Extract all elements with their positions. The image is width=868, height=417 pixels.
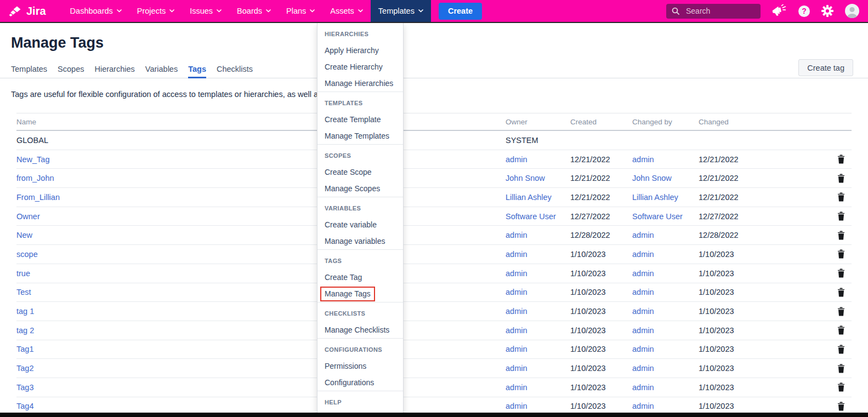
- search-box[interactable]: [666, 4, 761, 19]
- delete-tag-button[interactable]: [837, 269, 845, 278]
- changed-by-link[interactable]: admin: [632, 231, 699, 239]
- changed-by-link[interactable]: admin: [632, 364, 699, 373]
- owner: SYSTEM: [506, 136, 570, 145]
- delete-tag-button[interactable]: [837, 212, 845, 221]
- menu-item-create-template[interactable]: Create Template: [317, 111, 403, 128]
- owner-link[interactable]: admin: [506, 250, 570, 259]
- menu-item-create-variable[interactable]: Create variable: [317, 216, 403, 233]
- owner-link[interactable]: admin: [506, 383, 570, 392]
- owner-link[interactable]: John Snow: [506, 174, 570, 182]
- delete-tag-button[interactable]: [837, 345, 845, 354]
- tag-name-link[interactable]: Tag3: [16, 383, 506, 392]
- tag-name-link[interactable]: from_John: [16, 174, 506, 182]
- nav-item-issues[interactable]: Issues: [182, 0, 229, 22]
- settings-button[interactable]: [821, 5, 833, 17]
- menu-item-manage-templates[interactable]: Manage Templates: [317, 128, 403, 144]
- changed-by-link[interactable]: admin: [632, 288, 699, 296]
- changed-by-link[interactable]: admin: [632, 269, 699, 278]
- tag-name-link[interactable]: tag 2: [16, 326, 506, 335]
- changed-by-link[interactable]: admin: [632, 402, 699, 410]
- tab-hierarchies[interactable]: Hierarchies: [94, 65, 134, 78]
- delete-tag-button[interactable]: [837, 192, 845, 202]
- nav-item-plans[interactable]: Plans: [279, 0, 322, 22]
- menu-section-header-templates: TEMPLATES: [317, 95, 403, 111]
- menu-item-create-hierarchy[interactable]: Create Hierarchy: [317, 59, 403, 75]
- tab-bar: TemplatesScopesHierarchiesVariablesTagsC…: [11, 65, 868, 78]
- tag-name-link[interactable]: Tag4: [16, 402, 506, 410]
- tab-templates[interactable]: Templates: [11, 65, 47, 78]
- user-avatar[interactable]: [845, 4, 859, 18]
- delete-tag-button[interactable]: [837, 364, 845, 373]
- menu-item-create-scope[interactable]: Create Scope: [317, 164, 403, 180]
- changed-by-link[interactable]: Software User: [632, 212, 699, 221]
- search-input[interactable]: [685, 6, 753, 16]
- nav-item-boards[interactable]: Boards: [229, 0, 279, 22]
- tag-name-link[interactable]: Owner: [16, 212, 506, 221]
- owner-link[interactable]: admin: [506, 155, 570, 164]
- jira-logo-text: Jira: [26, 5, 46, 18]
- changed-by-link[interactable]: admin: [632, 383, 699, 392]
- top-navigation-bar: Jira DashboardsProjectsIssuesBoardsPlans…: [0, 0, 868, 23]
- delete-tag-button[interactable]: [837, 402, 845, 411]
- menu-item-manage-checklists[interactable]: Manage Checklists: [317, 322, 403, 338]
- delete-tag-button[interactable]: [837, 288, 845, 297]
- delete-tag-button[interactable]: [837, 155, 845, 164]
- tag-name-link[interactable]: scope: [16, 250, 506, 259]
- tag-name-link[interactable]: Tag1: [16, 345, 506, 353]
- help-icon[interactable]: ?: [798, 5, 810, 17]
- delete-tag-button[interactable]: [837, 174, 845, 183]
- column-header-created: Created: [570, 118, 632, 126]
- owner-link[interactable]: admin: [506, 345, 570, 353]
- announcements-button[interactable]: [772, 4, 787, 18]
- changed-by-link[interactable]: admin: [632, 307, 699, 316]
- nav-item-templates[interactable]: Templates: [371, 0, 431, 22]
- tab-variables[interactable]: Variables: [145, 65, 178, 78]
- menu-item-manage-scopes[interactable]: Manage Scopes: [317, 180, 403, 197]
- delete-tag-button[interactable]: [837, 249, 845, 259]
- tag-name-link[interactable]: Test: [16, 288, 506, 296]
- nav-item-assets[interactable]: Assets: [322, 0, 371, 22]
- changed-by-link[interactable]: admin: [632, 155, 699, 164]
- tag-name-link[interactable]: From_Lillian: [16, 193, 506, 202]
- menu-item-manage-tags[interactable]: Manage Tags: [317, 285, 403, 302]
- owner-link[interactable]: admin: [506, 269, 570, 278]
- changed-by-link[interactable]: admin: [632, 326, 699, 335]
- owner-link[interactable]: Software User: [506, 212, 570, 221]
- jira-logo[interactable]: Jira: [9, 4, 46, 18]
- delete-tag-button[interactable]: [837, 307, 845, 316]
- table-row: GLOBALSYSTEM: [16, 131, 852, 150]
- delete-tag-button[interactable]: [837, 231, 845, 240]
- create-button[interactable]: Create: [439, 3, 482, 20]
- changed-by-link[interactable]: John Snow: [632, 174, 699, 182]
- tab-checklists[interactable]: Checklists: [217, 65, 253, 78]
- menu-item-configurations[interactable]: Configurations: [317, 374, 403, 391]
- changed-by-link[interactable]: admin: [632, 345, 699, 353]
- tag-name-link[interactable]: Tag2: [16, 364, 506, 373]
- tab-scopes[interactable]: Scopes: [58, 65, 84, 78]
- tab-tags[interactable]: Tags: [188, 65, 206, 78]
- menu-item-manage-variables[interactable]: Manage variables: [317, 233, 403, 249]
- tag-name-link[interactable]: tag 1: [16, 307, 506, 316]
- menu-item-manage-hierarchies[interactable]: Manage Hierarchies: [317, 75, 403, 92]
- menu-item-apply-hierarchy[interactable]: Apply Hierarchy: [317, 42, 403, 59]
- changed-by-link[interactable]: admin: [632, 250, 699, 259]
- tag-name-link[interactable]: true: [16, 269, 506, 278]
- delete-tag-button[interactable]: [837, 382, 845, 392]
- owner-link[interactable]: admin: [506, 326, 570, 335]
- owner-link[interactable]: admin: [506, 231, 570, 239]
- tag-name-link[interactable]: New_Tag: [16, 155, 506, 164]
- create-tag-button[interactable]: Create tag: [798, 59, 853, 76]
- nav-item-projects[interactable]: Projects: [129, 0, 182, 22]
- menu-item-create-tag[interactable]: Create Tag: [317, 269, 403, 285]
- changed-by-link[interactable]: Lillian Ashley: [632, 193, 699, 202]
- owner-link[interactable]: Lillian Ashley: [506, 193, 570, 202]
- owner-link[interactable]: admin: [506, 307, 570, 316]
- tag-name-link[interactable]: New: [16, 231, 506, 239]
- menu-item-permissions[interactable]: Permissions: [317, 358, 403, 374]
- owner-link[interactable]: admin: [506, 402, 570, 410]
- owner-link[interactable]: admin: [506, 288, 570, 296]
- nav-item-dashboards[interactable]: Dashboards: [63, 0, 129, 22]
- trash-icon: [837, 192, 845, 202]
- delete-tag-button[interactable]: [837, 325, 845, 335]
- owner-link[interactable]: admin: [506, 364, 570, 373]
